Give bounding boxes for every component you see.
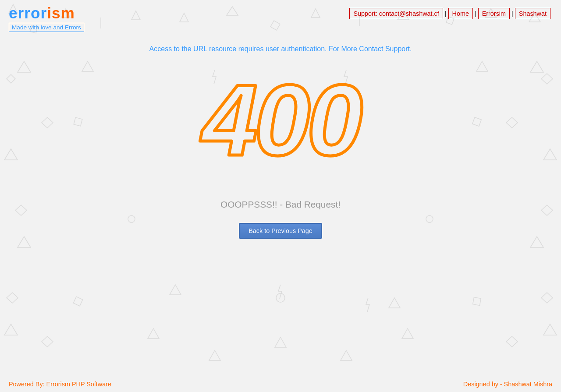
svg-point-45 [276, 293, 285, 302]
logo-subtitle: Made with love and Errors [9, 23, 84, 32]
footer-left-text: Powered By: Errorism PHP Software [9, 381, 111, 388]
svg-marker-42 [275, 337, 286, 347]
logo-area: errorism Made with love and Errors [9, 4, 84, 32]
back-to-previous-button[interactable]: Back to Previous Page [239, 223, 322, 239]
nav-sep-1: | [443, 10, 448, 17]
svg-marker-17 [7, 293, 18, 303]
svg-marker-43 [209, 350, 220, 360]
svg-marker-34 [389, 298, 400, 308]
home-link[interactable]: Home [448, 8, 473, 19]
svg-marker-27 [4, 324, 18, 335]
error-code-display: 400 [171, 66, 390, 182]
error-number-text: 400 [200, 66, 362, 177]
svg-marker-44 [341, 350, 352, 360]
svg-marker-41 [402, 328, 413, 339]
footer: Powered By: Errorism PHP Software Design… [0, 376, 561, 392]
auth-message: Access to the URL resource requires user… [149, 45, 412, 53]
svg-marker-18 [42, 336, 53, 347]
logo-title: errorism [9, 4, 84, 22]
errorsim-link[interactable]: Errorsim [478, 8, 510, 19]
footer-right-text: Designed by - Shashwat Mishra [463, 381, 552, 388]
logo-part1: error [9, 4, 47, 21]
svg-marker-23 [506, 336, 518, 347]
svg-marker-40 [148, 328, 159, 339]
support-link[interactable]: Support: contact@shashwat.cf [349, 8, 443, 19]
main-content: Access to the URL resource requires user… [0, 36, 561, 239]
svg-marker-31 [543, 324, 557, 335]
header: errorism Made with love and Errors Suppo… [0, 0, 561, 36]
error-title: OOOPPSSS!! - Bad Request! [220, 199, 341, 210]
logo-part2: ism [47, 4, 75, 21]
svg-marker-22 [541, 293, 553, 303]
svg-rect-38 [73, 297, 82, 306]
nav-links: Support: contact@shashwat.cf | Home | Er… [348, 4, 552, 23]
nav-sep-2: | [473, 10, 478, 17]
nav-sep-3: | [510, 10, 515, 17]
svg-rect-39 [473, 297, 481, 306]
shashwat-link[interactable]: Shashwat [515, 8, 550, 19]
svg-marker-33 [170, 285, 181, 295]
